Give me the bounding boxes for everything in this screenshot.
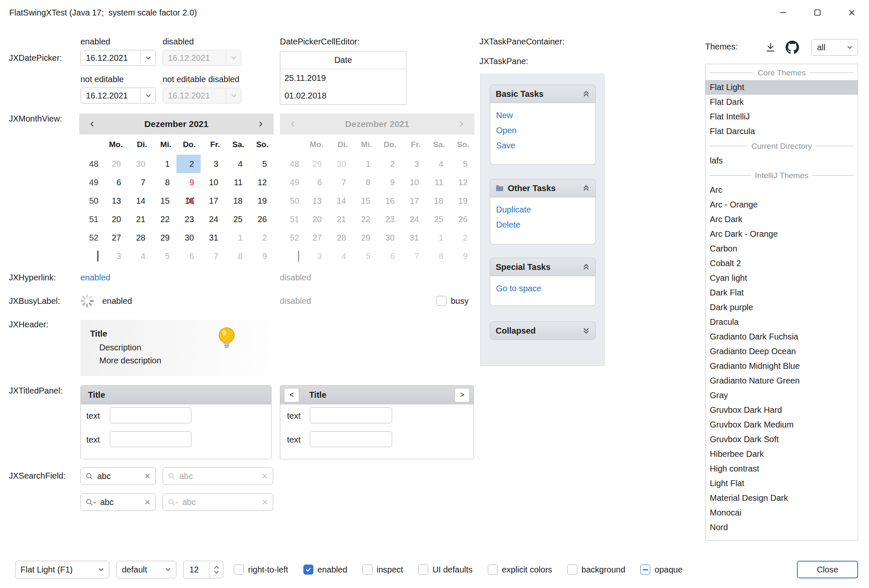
- day-cell[interactable]: 2: [249, 228, 274, 247]
- theme-item[interactable]: Arc: [706, 183, 858, 197]
- day-cell[interactable]: 28: [128, 228, 152, 247]
- day-cell[interactable]: 30: [176, 228, 201, 247]
- theme-item[interactable]: Flat Dark: [706, 95, 858, 109]
- task-link-go-to-space[interactable]: Go to space: [496, 281, 590, 296]
- table-row[interactable]: 25.11.2019: [280, 69, 406, 87]
- theme-item[interactable]: Dracula: [706, 315, 858, 329]
- theme-item[interactable]: Cobalt 2: [706, 256, 858, 271]
- day-cell[interactable]: 19: [249, 192, 274, 210]
- theme-item[interactable]: Material Design Dark: [706, 491, 858, 505]
- theme-item[interactable]: Dark Flat: [706, 285, 858, 300]
- day-cell[interactable]: 3: [103, 247, 128, 265]
- day-cell[interactable]: 31: [201, 228, 225, 247]
- day-cell[interactable]: 27: [103, 228, 128, 247]
- collapse-icon[interactable]: [582, 184, 590, 192]
- theme-item[interactable]: Arc - Orange: [706, 197, 858, 212]
- theme-item[interactable]: Gray: [706, 388, 858, 403]
- day-cell[interactable]: 24: [201, 210, 225, 228]
- day-cell[interactable]: 15: [152, 192, 176, 210]
- day-cell[interactable]: 16✕: [176, 192, 201, 210]
- font-size-spinner[interactable]: 12: [183, 561, 223, 578]
- table-row[interactable]: 01.02.2018: [280, 87, 406, 104]
- minimize-button[interactable]: [766, 0, 800, 25]
- theme-item[interactable]: Hiberbee Dark: [706, 447, 858, 461]
- checkbox-busy[interactable]: busy: [437, 296, 468, 306]
- theme-item[interactable]: Arc Dark: [706, 212, 858, 227]
- theme-item[interactable]: Gradianto Midnight Blue: [706, 359, 858, 373]
- day-cell[interactable]: 8: [152, 173, 176, 192]
- taskpane-header[interactable]: Collapsed: [490, 321, 596, 340]
- taskpane-header[interactable]: Basic Tasks: [490, 85, 596, 103]
- download-themes-button[interactable]: [763, 40, 778, 54]
- day-cell[interactable]: 30: [128, 155, 152, 173]
- collapse-icon[interactable]: [582, 90, 590, 98]
- day-cell[interactable]: 1: [225, 228, 249, 247]
- day-cell[interactable]: 3: [201, 155, 225, 173]
- task-link-duplicate[interactable]: Duplicate: [496, 202, 590, 217]
- titledpanel-text-input[interactable]: [110, 407, 191, 423]
- theme-item[interactable]: Dark purple: [706, 300, 858, 315]
- checkbox-opaque[interactable]: opaque: [640, 565, 683, 575]
- checkbox-ui-defaults[interactable]: UI defaults: [418, 565, 473, 575]
- next-month-button[interactable]: [253, 117, 268, 131]
- day-cell[interactable]: 12: [249, 173, 274, 192]
- checkbox-right-to-left[interactable]: right-to-left: [234, 565, 288, 575]
- theme-item[interactable]: Gruvbox Dark Medium: [706, 417, 858, 432]
- day-cell[interactable]: 5: [152, 247, 176, 265]
- clear-icon[interactable]: ✕: [144, 497, 151, 507]
- day-cell[interactable]: 5: [249, 155, 274, 173]
- search-input[interactable]: [100, 497, 140, 507]
- titledpanel-text-input[interactable]: [310, 407, 392, 423]
- style-combo[interactable]: default: [116, 561, 176, 578]
- titledpanel-right-button[interactable]: >: [455, 388, 470, 402]
- theme-item[interactable]: Nord: [706, 520, 858, 535]
- day-cell[interactable]: 23: [176, 210, 201, 228]
- searchfield-with-menu[interactable]: ✕: [80, 493, 156, 511]
- day-cell[interactable]: 21: [128, 210, 152, 228]
- task-link-delete[interactable]: Delete: [496, 217, 590, 232]
- prev-month-button[interactable]: [85, 117, 99, 131]
- search-input[interactable]: [97, 471, 140, 481]
- datepicker-enabled[interactable]: 16.12.2021: [80, 50, 156, 66]
- hyperlink-enabled[interactable]: enabled: [80, 273, 110, 282]
- close-button[interactable]: Close: [797, 561, 858, 578]
- titledpanel-text-input[interactable]: [110, 431, 191, 447]
- day-cell[interactable]: 20: [103, 210, 128, 228]
- day-cell[interactable]: 1: [152, 155, 176, 173]
- day-cell[interactable]: 17: [201, 192, 225, 210]
- theme-item[interactable]: Flat Darcula: [706, 124, 858, 139]
- day-cell[interactable]: 4: [225, 155, 249, 173]
- theme-item[interactable]: Gradianto Nature Green: [706, 373, 858, 388]
- theme-item[interactable]: Arc Dark - Orange: [706, 227, 858, 241]
- taskpane-header[interactable]: Other Tasks: [490, 179, 596, 197]
- checkbox-background[interactable]: background: [567, 565, 626, 575]
- day-cell[interactable]: 11: [225, 173, 249, 192]
- task-link-new[interactable]: New: [496, 108, 590, 123]
- theme-item[interactable]: Gradianto Dark Fuchsia: [706, 329, 858, 344]
- laf-combo[interactable]: Flat Light (F1): [15, 561, 109, 578]
- theme-item[interactable]: lafs: [706, 153, 858, 168]
- table-column-header[interactable]: Date: [280, 52, 406, 69]
- github-button[interactable]: [784, 39, 800, 55]
- datepicker-dropdown-button[interactable]: [140, 88, 155, 103]
- expand-icon[interactable]: [582, 327, 590, 334]
- day-cell[interactable]: 7: [128, 173, 152, 192]
- day-cell[interactable]: 6: [176, 247, 201, 265]
- day-cell[interactable]: 29: [152, 228, 176, 247]
- theme-item[interactable]: Cyan light: [706, 271, 858, 285]
- day-cell[interactable]: 6: [103, 173, 128, 192]
- day-cell[interactable]: 2: [176, 155, 201, 173]
- day-cell[interactable]: 18: [225, 192, 249, 210]
- datepicker-value[interactable]: 16.12.2021: [81, 53, 140, 63]
- searchfield-enabled[interactable]: ✕: [80, 467, 156, 485]
- day-cell[interactable]: 14: [128, 192, 152, 210]
- checkbox-inspect[interactable]: inspect: [362, 565, 403, 575]
- close-window-button[interactable]: [835, 0, 869, 25]
- themes-filter-combo[interactable]: all: [812, 39, 858, 56]
- theme-item[interactable]: Monocai: [706, 505, 858, 520]
- day-cell[interactable]: 8: [225, 247, 249, 265]
- day-cell[interactable]: 9: [249, 247, 274, 265]
- titledpanel-text-input[interactable]: [310, 431, 392, 447]
- day-cell[interactable]: 26: [249, 210, 274, 228]
- day-cell[interactable]: 4: [128, 247, 152, 265]
